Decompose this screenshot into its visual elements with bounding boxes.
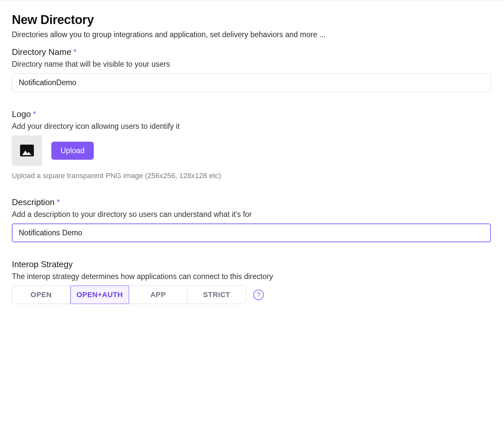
directory-name-input[interactable] bbox=[12, 73, 491, 92]
interop-label: Interop Strategy bbox=[12, 259, 491, 269]
directory-name-label-text: Directory Name bbox=[12, 47, 71, 57]
logo-section: Logo * Add your directory icon allowing … bbox=[12, 109, 491, 180]
required-asterisk-icon: * bbox=[73, 47, 77, 57]
description-label: Description * bbox=[12, 197, 491, 207]
logo-desc: Add your directory icon allowing users t… bbox=[12, 122, 491, 131]
interop-section: Interop Strategy The interop strategy de… bbox=[12, 259, 491, 304]
description-desc: Add a description to your directory so u… bbox=[12, 210, 491, 219]
page-title: New Directory bbox=[12, 13, 491, 27]
logo-label-text: Logo bbox=[12, 109, 31, 119]
interop-segmented-control: OPEN OPEN+AUTH APP STRICT bbox=[12, 286, 246, 304]
image-placeholder-icon bbox=[20, 145, 34, 156]
help-icon[interactable]: ? bbox=[253, 290, 264, 300]
description-label-text: Description bbox=[12, 197, 55, 207]
directory-name-section: Directory Name * Directory name that wil… bbox=[12, 47, 491, 92]
logo-label: Logo * bbox=[12, 109, 491, 119]
interop-option-open-auth[interactable]: OPEN+AUTH bbox=[70, 286, 129, 304]
interop-label-text: Interop Strategy bbox=[12, 259, 73, 269]
required-asterisk-icon: * bbox=[57, 197, 60, 207]
interop-option-strict[interactable]: STRICT bbox=[188, 286, 246, 304]
interop-option-open[interactable]: OPEN bbox=[12, 286, 70, 304]
interop-option-app[interactable]: APP bbox=[129, 286, 188, 304]
logo-hint: Upload a square transparent PNG image (2… bbox=[12, 172, 491, 180]
logo-preview bbox=[12, 135, 42, 166]
description-input[interactable] bbox=[12, 223, 491, 242]
required-asterisk-icon: * bbox=[33, 109, 36, 119]
directory-name-label: Directory Name * bbox=[12, 47, 491, 57]
upload-button[interactable]: Upload bbox=[51, 142, 94, 160]
description-section: Description * Add a description to your … bbox=[12, 197, 491, 242]
page-subtitle: Directories allow you to group integrati… bbox=[12, 30, 491, 39]
interop-desc: The interop strategy determines how appl… bbox=[12, 272, 491, 281]
directory-name-desc: Directory name that will be visible to y… bbox=[12, 60, 491, 69]
